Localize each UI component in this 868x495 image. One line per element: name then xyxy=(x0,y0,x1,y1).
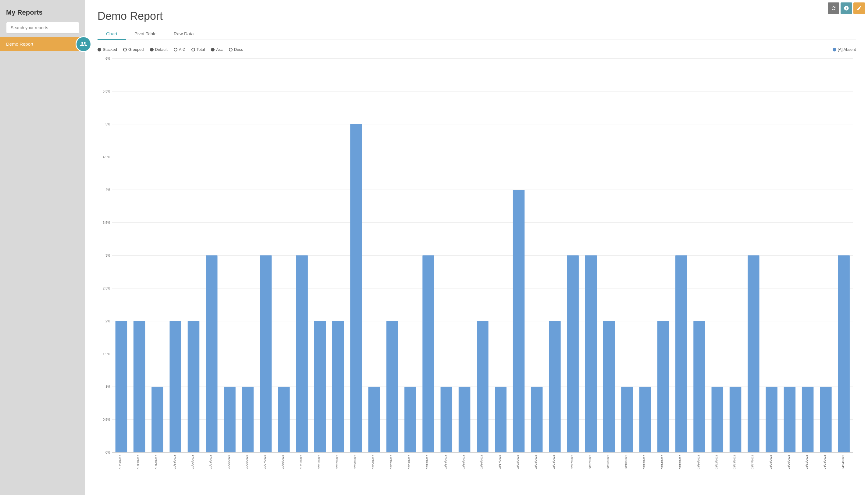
svg-text:3%: 3% xyxy=(105,254,110,257)
report-icon-badge xyxy=(76,36,92,52)
svg-rect-98 xyxy=(766,387,777,453)
svg-text:01/30/2023: 01/30/2023 xyxy=(281,455,284,470)
legend-label-grouped: Grouped xyxy=(128,47,144,52)
svg-rect-64 xyxy=(459,387,471,453)
svg-rect-32 xyxy=(169,321,181,453)
tab-chart[interactable]: Chart xyxy=(98,28,126,40)
svg-text:04/04/2023: 04/04/2023 xyxy=(841,455,845,470)
svg-rect-76 xyxy=(567,255,579,453)
svg-rect-104 xyxy=(820,387,832,453)
report-item-label: Demo Report xyxy=(6,41,33,47)
svg-text:02/23/2023: 02/23/2023 xyxy=(534,455,537,470)
svg-text:2.5%: 2.5% xyxy=(103,287,110,290)
svg-text:02/13/2023: 02/13/2023 xyxy=(425,455,429,470)
bar-chart: 0%0.5%1%1.5%2%2.5%3%3.5%4%4.5%5%5.5%6%01… xyxy=(98,55,856,489)
main-content: Demo Report Chart Pivot Table Raw Data S… xyxy=(85,0,868,495)
svg-text:03/31/2023: 03/31/2023 xyxy=(805,455,808,470)
svg-text:02/24/2023: 02/24/2023 xyxy=(552,455,555,470)
svg-text:4.5%: 4.5% xyxy=(103,155,110,159)
legend-label-az: A-Z xyxy=(179,47,185,52)
svg-rect-90 xyxy=(693,321,705,453)
svg-text:3.5%: 3.5% xyxy=(103,221,110,224)
svg-text:03/14/2023: 03/14/2023 xyxy=(660,455,664,470)
svg-rect-50 xyxy=(332,321,344,453)
svg-rect-92 xyxy=(711,387,723,453)
svg-text:03/10/2023: 03/10/2023 xyxy=(624,455,627,470)
svg-text:02/01/2023: 02/01/2023 xyxy=(317,455,321,470)
legend-dot-absent xyxy=(833,48,836,51)
svg-text:02/27/2023: 02/27/2023 xyxy=(570,455,574,470)
svg-text:6%: 6% xyxy=(105,57,110,60)
chart-area: Stacked Grouped Default A-Z Total xyxy=(98,47,856,489)
report-content: Demo Report Chart Pivot Table Raw Data S… xyxy=(85,0,868,495)
svg-text:2%: 2% xyxy=(105,319,110,323)
legend-stacked: Stacked xyxy=(98,47,117,52)
legend-dot-total xyxy=(192,48,195,51)
svg-text:02/07/2023: 02/07/2023 xyxy=(390,455,393,470)
legend-dot-az xyxy=(174,48,177,51)
report-title: Demo Report xyxy=(98,10,856,22)
svg-text:03/06/2023: 03/06/2023 xyxy=(606,455,609,470)
legend-dot-desc xyxy=(229,48,232,51)
svg-rect-82 xyxy=(621,387,633,453)
svg-text:03/28/2023: 03/28/2023 xyxy=(769,455,772,470)
legend-dot-asc xyxy=(211,48,215,51)
svg-rect-80 xyxy=(603,321,615,453)
svg-text:01/16/2023: 01/16/2023 xyxy=(154,455,158,470)
users-icon xyxy=(80,40,87,48)
legend-label-absent: [A] Absent xyxy=(838,47,856,52)
svg-text:1.5%: 1.5% xyxy=(103,352,110,356)
tab-pivot-table[interactable]: Pivot Table xyxy=(126,28,165,40)
svg-rect-68 xyxy=(495,387,507,453)
svg-rect-46 xyxy=(296,255,308,453)
svg-rect-34 xyxy=(188,321,200,453)
svg-text:02/16/2023: 02/16/2023 xyxy=(480,455,483,470)
svg-text:02/14/2023: 02/14/2023 xyxy=(444,455,447,470)
legend-label-total: Total xyxy=(197,47,205,52)
refresh-icon xyxy=(831,5,836,11)
svg-rect-28 xyxy=(133,321,145,453)
svg-text:5.5%: 5.5% xyxy=(103,89,110,93)
svg-rect-42 xyxy=(260,255,272,453)
svg-text:03/23/2023: 03/23/2023 xyxy=(733,455,736,470)
refresh-button[interactable] xyxy=(828,2,839,14)
svg-rect-26 xyxy=(115,321,127,453)
svg-text:03/29/2023: 03/29/2023 xyxy=(787,455,790,470)
svg-text:01/18/2023: 01/18/2023 xyxy=(173,455,176,470)
svg-rect-60 xyxy=(422,255,434,453)
legend-total: Total xyxy=(192,47,205,52)
svg-rect-38 xyxy=(224,387,235,453)
legend-label-asc: Asc xyxy=(216,47,223,52)
svg-text:01/09/2023: 01/09/2023 xyxy=(118,455,122,470)
edit-button[interactable] xyxy=(853,2,865,14)
svg-text:02/06/2023: 02/06/2023 xyxy=(372,455,375,470)
svg-rect-72 xyxy=(531,387,543,453)
svg-text:0.5%: 0.5% xyxy=(103,418,110,421)
svg-rect-56 xyxy=(387,321,398,453)
svg-rect-96 xyxy=(748,255,759,453)
top-bar xyxy=(825,0,868,16)
svg-text:1%: 1% xyxy=(105,385,110,389)
svg-text:4%: 4% xyxy=(105,188,110,191)
info-button[interactable] xyxy=(840,2,852,14)
sidebar-item-demo-report[interactable]: Demo Report xyxy=(0,37,85,51)
svg-text:01/20/2023: 01/20/2023 xyxy=(191,455,194,470)
svg-rect-74 xyxy=(549,321,561,453)
tab-raw-data[interactable]: Raw Data xyxy=(165,28,202,40)
legend-absent: [A] Absent xyxy=(833,47,856,52)
svg-rect-106 xyxy=(838,255,850,453)
svg-text:02/09/2023: 02/09/2023 xyxy=(408,455,411,470)
svg-text:03/15/2023: 03/15/2023 xyxy=(678,455,682,470)
legend-label-stacked: Stacked xyxy=(103,47,117,52)
sidebar-title: My Reports xyxy=(6,8,79,16)
svg-text:01/27/2023: 01/27/2023 xyxy=(263,455,266,470)
search-input[interactable] xyxy=(6,22,79,33)
svg-rect-52 xyxy=(350,124,362,453)
legend-label-default: Default xyxy=(155,47,168,52)
svg-rect-70 xyxy=(513,190,525,453)
svg-text:01/25/2023: 01/25/2023 xyxy=(227,455,230,470)
svg-rect-62 xyxy=(440,387,452,453)
svg-text:0%: 0% xyxy=(105,450,110,454)
svg-text:01/23/2023: 01/23/2023 xyxy=(209,455,212,470)
svg-text:03/22/2023: 03/22/2023 xyxy=(715,455,718,470)
